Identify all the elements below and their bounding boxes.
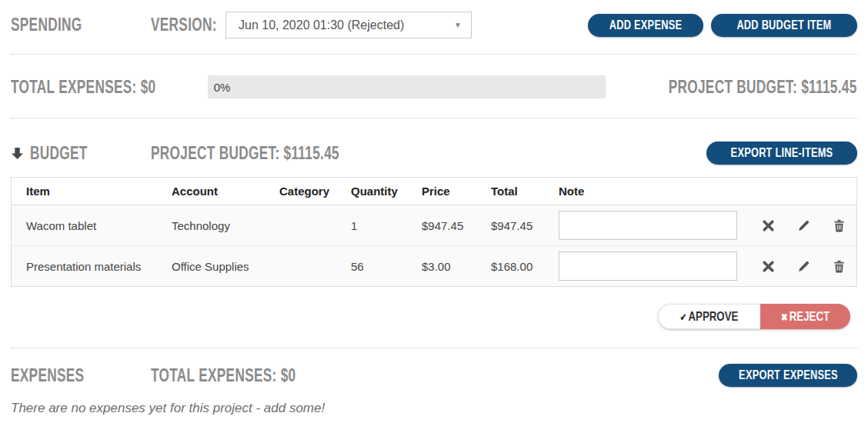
column-header-note: Note: [559, 185, 750, 198]
cell-item: Presentation materials: [12, 260, 172, 273]
budget-title-wrap[interactable]: BUDGET: [11, 143, 151, 164]
arrow-down-icon: [11, 147, 24, 160]
column-header-quantity: Quantity: [351, 185, 422, 198]
total-expenses-label: TOTAL EXPENSES: $0: [11, 77, 155, 98]
project-budget-label: PROJECT BUDGET: $1115.45: [669, 77, 857, 98]
note-input[interactable]: [559, 211, 737, 240]
cell-total: $947.45: [491, 219, 559, 232]
expenses-section-header: EXPENSES TOTAL EXPENSES: $0 EXPORT EXPEN…: [11, 348, 857, 387]
export-line-items-button[interactable]: EXPORT LINE-ITEMS: [706, 142, 857, 165]
trash-icon: [833, 260, 846, 273]
budget-table: Item Account Category Quantity Price Tot…: [11, 177, 857, 287]
summary-row: TOTAL EXPENSES: $0 0% PROJECT BUDGET: $1…: [11, 55, 857, 118]
progress-percent-label: 0%: [214, 81, 231, 94]
check-icon: ✔: [680, 311, 687, 323]
cell-price: $3.00: [422, 260, 491, 273]
approve-reject-row: ✔APPROVE ✖REJECT: [11, 304, 857, 329]
page-title: SPENDING: [11, 15, 82, 35]
total-expenses-wrap: TOTAL EXPENSES: $0: [11, 77, 208, 98]
cell-item: Wacom tablet: [12, 219, 172, 232]
column-header-price: Price: [422, 185, 491, 198]
reject-button-label: REJECT: [790, 309, 830, 324]
cell-account: Office Supplies: [172, 260, 279, 273]
edit-row-button[interactable]: [786, 260, 821, 273]
no-expenses-message: There are no expenses yet for this proje…: [11, 401, 857, 416]
trash-icon: [833, 219, 846, 232]
budget-section-header: BUDGET PROJECT BUDGET: $1115.45 EXPORT L…: [11, 118, 857, 172]
version-select-value: Jun 10, 2020 01:30 (Rejected): [239, 18, 404, 32]
table-row: Wacom tablet Technology 1 $947.45 $947.4…: [12, 205, 856, 246]
expenses-title-wrap: EXPENSES: [11, 365, 151, 386]
expenses-section-title: EXPENSES: [11, 365, 84, 386]
budget-project-budget-label: PROJECT BUDGET: $1115.45: [151, 143, 339, 164]
version-label: VERSION:: [151, 15, 217, 35]
version-select[interactable]: Jun 10, 2020 01:30 (Rejected) ▼: [225, 12, 472, 38]
cell-total: $168.00: [491, 260, 559, 273]
note-input[interactable]: [559, 251, 737, 281]
budget-progress-bar: 0%: [208, 75, 606, 98]
header-row: SPENDING VERSION: Jun 10, 2020 01:30 (Re…: [11, 0, 857, 54]
remove-row-button[interactable]: [750, 219, 786, 232]
version-label-wrap: VERSION:: [151, 15, 225, 35]
cell-quantity: 1: [351, 219, 422, 232]
spending-page: SPENDING VERSION: Jun 10, 2020 01:30 (Re…: [0, 0, 868, 416]
page-title-wrap: SPENDING: [11, 15, 151, 35]
export-line-items-button-label: EXPORT LINE-ITEMS: [731, 146, 833, 160]
x-icon: [762, 219, 775, 232]
add-expense-button[interactable]: ADD EXPENSE: [588, 14, 703, 37]
add-budget-item-button-label: ADD BUDGET ITEM: [736, 18, 831, 32]
export-expenses-button[interactable]: EXPORT EXPENSES: [719, 364, 857, 387]
approve-button-label: APPROVE: [689, 309, 739, 324]
cell-note: [559, 251, 750, 281]
reject-button[interactable]: ✖REJECT: [760, 304, 850, 329]
budget-section-title: BUDGET: [30, 143, 88, 164]
column-header-category: Category: [279, 185, 351, 198]
x-icon: [762, 260, 775, 273]
cell-note: [559, 211, 750, 240]
cell-quantity: 56: [351, 260, 422, 273]
export-expenses-button-label: EXPORT EXPENSES: [739, 368, 838, 382]
column-header-item: Item: [12, 185, 172, 198]
add-budget-item-button[interactable]: ADD BUDGET ITEM: [711, 14, 857, 37]
project-budget-wrap: PROJECT BUDGET: $1115.45: [606, 77, 857, 98]
column-header-account: Account: [172, 185, 279, 198]
column-header-total: Total: [491, 185, 559, 198]
approve-reject-pill: ✔APPROVE ✖REJECT: [658, 304, 850, 329]
cell-account: Technology: [172, 219, 279, 232]
cell-price: $947.45: [422, 219, 491, 232]
delete-row-button[interactable]: [821, 260, 856, 273]
expenses-total-label: TOTAL EXPENSES: $0: [151, 365, 295, 386]
delete-row-button[interactable]: [821, 219, 856, 232]
table-row: Presentation materials Office Supplies 5…: [12, 246, 856, 286]
pencil-icon: [797, 219, 810, 232]
add-expense-button-label: ADD EXPENSE: [609, 18, 682, 32]
pencil-icon: [797, 260, 810, 273]
x-icon: ✖: [781, 311, 788, 323]
edit-row-button[interactable]: [786, 219, 821, 232]
caret-down-icon: ▼: [454, 21, 462, 29]
remove-row-button[interactable]: [750, 260, 786, 273]
budget-table-header: Item Account Category Quantity Price Tot…: [12, 178, 856, 205]
approve-button[interactable]: ✔APPROVE: [658, 304, 760, 329]
